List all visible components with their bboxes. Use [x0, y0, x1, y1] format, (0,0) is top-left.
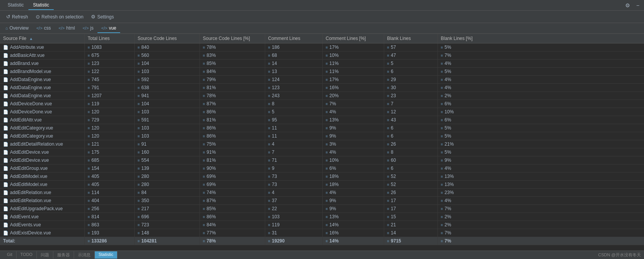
cell-comment: ≡11	[265, 124, 322, 132]
window-tab-2[interactable]: Statistic	[28, 1, 54, 10]
file-icon: 📄	[3, 158, 8, 163]
bottom-tab-statistic[interactable]: Statistic	[95, 251, 118, 259]
comment-pct-icon: ≡	[326, 102, 328, 106]
col-blank-lines[interactable]: Blank Lines	[384, 34, 438, 43]
window-tab-1[interactable]: Statistic	[3, 1, 28, 10]
col-source-code-pct[interactable]: Source Code Lines [%]	[200, 34, 265, 43]
cell-blank: ≡8	[384, 148, 438, 156]
cell-source: ≡148	[134, 229, 200, 237]
cell-blank: ≡29	[384, 76, 438, 84]
col-total-lines[interactable]: Total Lines	[84, 34, 134, 43]
cell-blank: ≡26	[384, 189, 438, 197]
cell-source-pct: ≡78%	[200, 43, 265, 51]
cell-comment: ≡124	[265, 76, 322, 84]
cell-total: ≡1083	[84, 43, 134, 51]
cell-blank-pct: ≡2%	[438, 213, 644, 221]
cell-blank-pct: ≡10%	[438, 108, 644, 116]
table-row: 📄AddEditDevice.vue ≡175 ≡160 ≡91% ≡7 ≡4%…	[0, 148, 644, 156]
file-tab-js[interactable]: </> js	[79, 24, 97, 33]
comment-icon: ≡	[268, 78, 271, 82]
cell-comment: ≡68	[265, 51, 322, 60]
cell-blank-pct: ≡7%	[438, 229, 644, 237]
cell-comment: ≡22	[265, 205, 322, 213]
bottom-tab-issues[interactable]: 问题	[37, 251, 53, 259]
cell-comment-pct: ≡6%	[322, 164, 384, 173]
file-tab-overview[interactable]: ⌂ Overview	[2, 24, 33, 33]
refresh-on-selection-button[interactable]: ⊙ Refresh on selection	[33, 13, 86, 21]
bottom-tab-todo[interactable]: TODO	[17, 251, 37, 259]
source-pct-icon: ≡	[203, 174, 205, 179]
top-bar-right: ⚙ −	[624, 2, 641, 9]
cell-source-pct: ≡81%	[200, 84, 265, 92]
cell-comment-pct: ≡11%	[322, 60, 384, 68]
cell-source: ≡840	[134, 43, 200, 51]
settings-icon-btn[interactable]: ⚙	[624, 2, 632, 9]
comment-icon: ≡	[268, 223, 271, 227]
cell-source-pct: ≡69%	[200, 173, 265, 181]
blank-icon: ≡	[387, 231, 390, 235]
refresh-button[interactable]: ↺ Refresh	[3, 13, 31, 21]
blank-icon: ≡	[387, 215, 390, 219]
cell-file-name: 📄AddDataEngine.vue	[0, 76, 84, 84]
file-tab-html[interactable]: </> html	[55, 24, 79, 33]
table-row: 📄AddEvents.vue ≡863 ≡723 ≡84% ≡119 ≡14% …	[0, 221, 644, 229]
cell-source: ≡592	[134, 76, 200, 84]
total-blank-pct-icon: ≡	[441, 239, 443, 243]
bottom-tab-messages[interactable]: 示消息	[74, 251, 95, 259]
cell-source-pct: ≡86%	[200, 132, 265, 140]
lines-icon: ≡	[88, 215, 90, 219]
table-row: 📄AddEditModel.vue ≡405 ≡280 ≡69% ≡73 ≡18…	[0, 173, 644, 181]
settings-gear-icon: ⚙	[91, 14, 96, 20]
blank-icon: ≡	[387, 118, 390, 122]
comment-pct-icon: ≡	[326, 223, 328, 227]
file-tab-vue[interactable]: </> vue	[97, 24, 120, 33]
settings-button[interactable]: ⚙ Settings	[88, 13, 117, 21]
lines-icon: ≡	[88, 126, 90, 130]
comment-icon: ≡	[268, 94, 271, 98]
table-row: 📄AddEditAttr.vue ≡729 ≡591 ≡81% ≡95 ≡13%…	[0, 116, 644, 124]
cell-total: ≡675	[84, 51, 134, 60]
lines-icon: ≡	[88, 207, 90, 211]
file-tab-css[interactable]: </> css	[33, 24, 55, 33]
cell-source-pct: ≡84%	[200, 68, 265, 76]
code-icon-vue: </>	[101, 26, 107, 30]
col-comment-pct[interactable]: Comment Lines [%]	[322, 34, 384, 43]
source-pct-icon: ≡	[203, 118, 205, 122]
cell-source-pct: ≡87%	[200, 100, 265, 108]
cell-blank-pct: ≡13%	[438, 181, 644, 189]
source-icon: ≡	[138, 86, 140, 90]
col-comment-lines[interactable]: Comment Lines	[265, 34, 322, 43]
source-icon: ≡	[138, 53, 140, 58]
total-comment: ≡19290	[265, 237, 322, 245]
cell-file-name: 📄AddEditDevice.vue	[0, 148, 84, 156]
cell-comment: ≡73	[265, 181, 322, 189]
cell-file-name: 📄AddExistDevice.vue	[0, 229, 84, 237]
cell-blank-pct: ≡2%	[438, 221, 644, 229]
cell-blank: ≡14	[384, 229, 438, 237]
col-source-code-lines[interactable]: Source Code Lines	[134, 34, 200, 43]
cell-source: ≡103	[134, 68, 200, 76]
refresh-label: Refresh	[12, 14, 28, 20]
cell-comment-pct: ≡16%	[322, 229, 384, 237]
cell-source-pct: ≡77%	[200, 229, 265, 237]
file-icon: 📄	[3, 166, 8, 171]
blank-pct-icon: ≡	[441, 70, 443, 74]
source-pct-icon: ≡	[203, 86, 205, 90]
blank-icon: ≡	[387, 158, 390, 163]
col-source-file[interactable]: Source File ▲	[0, 34, 84, 43]
window-tabs: Statistic Statistic	[3, 1, 54, 10]
comment-pct-icon: ≡	[326, 110, 328, 114]
bottom-tab-git[interactable]: Git	[3, 251, 17, 259]
comment-icon: ≡	[268, 86, 271, 90]
cell-source-pct: ≡91%	[200, 148, 265, 156]
col-blank-pct[interactable]: Blank Lines [%]	[438, 34, 644, 43]
source-pct-icon: ≡	[203, 207, 205, 211]
app-container: Statistic Statistic ⚙ − ↺ Refresh ⊙ Refr…	[0, 0, 644, 259]
cell-source-pct: ≡90%	[200, 164, 265, 173]
cell-total: ≡120	[84, 108, 134, 116]
bottom-tab-server[interactable]: 服务器	[53, 251, 74, 259]
cell-total: ≡729	[84, 116, 134, 124]
cell-file-name: 📄AddEditUpgradePack.vue	[0, 205, 84, 213]
table-container[interactable]: Source File ▲ Total Lines Source Code Li…	[0, 34, 644, 251]
minimize-btn[interactable]: −	[635, 2, 641, 9]
